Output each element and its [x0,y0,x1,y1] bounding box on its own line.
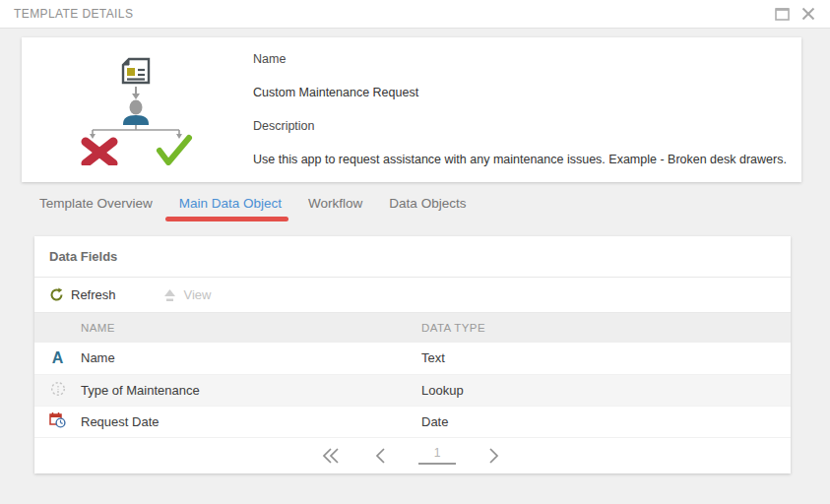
template-info-text: Name Custom Maintenance Request Descript… [253,37,801,182]
lookup-type-icon [50,381,66,397]
tab-workflow[interactable]: Workflow [308,196,362,219]
reject-x-icon [86,142,113,163]
maximize-button[interactable] [773,4,793,24]
name-value: Custom Maintenance Request [253,86,801,119]
table-row[interactable]: A Name Text [34,343,791,374]
view-icon [162,288,177,302]
template-details-dialog: TEMPLATE DETAILS [0,0,830,504]
dialog-title: TEMPLATE DETAILS [14,7,133,21]
data-type-column-header: DATA TYPE [421,313,791,343]
data-fields-panel: Data Fields Refresh View [34,236,791,473]
field-data-type: Lookup [421,374,791,406]
lookup-type-icon-cell [34,374,81,406]
icon-column-header [34,313,81,343]
view-button[interactable]: View [162,287,212,302]
chevron-left-icon [374,447,386,465]
dialog-titlebar: TEMPLATE DETAILS [0,0,830,29]
field-name: Request Date [81,406,421,437]
panel-title: Data Fields [34,236,791,278]
table-row[interactable]: Type of Maintenance Lookup [34,374,791,406]
description-label: Description [253,119,801,153]
approve-check-icon [160,138,189,162]
refresh-label: Refresh [71,287,116,302]
field-data-type: Text [421,343,791,374]
tab-template-overview[interactable]: Template Overview [39,196,153,219]
approval-workflow-icon [79,55,197,165]
field-name: Type of Maintenance [81,374,421,406]
template-info-card: Name Custom Maintenance Request Descript… [22,37,801,182]
close-icon [801,7,815,21]
maximize-icon [775,7,791,21]
name-column-header: NAME [81,313,421,343]
table-header-row: NAME DATA TYPE [34,313,791,343]
first-page-button[interactable] [320,445,342,467]
tab-data-objects[interactable]: Data Objects [389,196,466,219]
date-type-icon-cell [34,406,81,437]
field-data-type: Date [421,406,791,437]
data-fields-table: NAME DATA TYPE A Name Text [34,313,791,438]
tab-main-data-object[interactable]: Main Data Object [179,196,282,219]
next-page-button[interactable] [483,445,505,467]
refresh-button[interactable]: Refresh [49,287,116,302]
text-type-icon-cell: A [34,343,81,374]
view-label: View [184,287,212,302]
panel-toolbar: Refresh View [34,278,791,313]
refresh-icon [49,287,64,302]
field-name: Name [81,343,421,374]
name-label: Name [253,52,801,86]
date-type-icon [49,411,66,428]
description-value: Use this app to request assistance with … [253,153,801,186]
page-number-input[interactable] [418,446,456,465]
close-button[interactable] [798,4,818,24]
tab-bar: Template Overview Main Data Object Workf… [39,196,492,219]
previous-page-button[interactable] [369,445,391,467]
text-type-icon: A [52,349,64,366]
chevron-right-icon [488,447,500,465]
template-graphic-container [22,37,253,182]
pagination [34,438,791,474]
double-chevron-left-icon [321,447,341,465]
table-row[interactable]: Request Date Date [34,406,791,437]
